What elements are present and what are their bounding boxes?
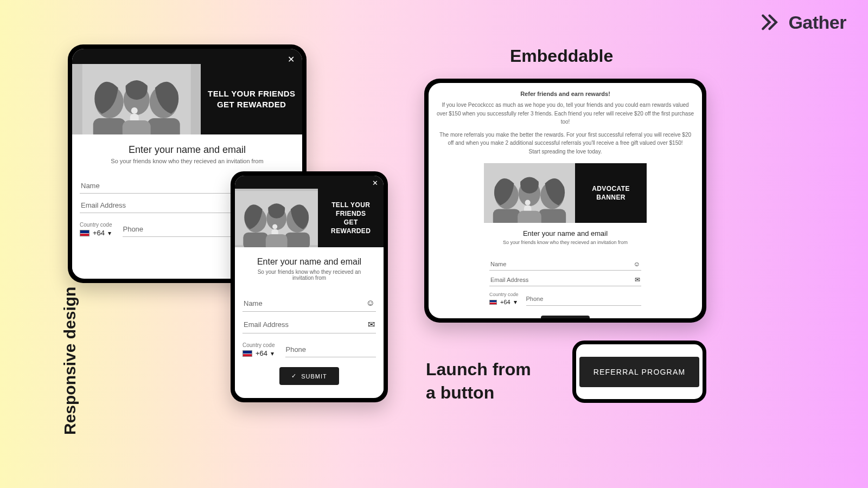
country-code-label: Country code	[489, 292, 519, 297]
smiley-icon: ☺	[634, 260, 640, 268]
hero-banner: TELL YOUR FRIENDSGET REWARDED	[72, 64, 302, 134]
country-code-value: +64	[93, 229, 105, 237]
label-launch-line2: a button	[426, 383, 494, 402]
embed-title: Refer friends and earn rewards!	[436, 89, 694, 99]
submit-label: SUBMIT	[301, 373, 327, 380]
label-launch-from-button: Launch from a button	[426, 358, 531, 404]
smiley-icon: ☺	[366, 298, 375, 308]
phone-preview: ✕ TELL YOUR FRIENDSGET REWARDED Enter yo…	[231, 171, 388, 402]
brand-logo: Gather	[760, 11, 846, 34]
embed-paragraph-1: If you love Pecockccc as much as we hope…	[436, 101, 694, 126]
phone-placeholder: Phone	[526, 296, 544, 302]
country-code-label: Country code	[242, 342, 275, 348]
hero-image	[235, 189, 318, 247]
hero-text: TELL YOUR FRIENDSGET REWARDED	[324, 201, 377, 236]
country-code-value: +64	[256, 349, 267, 357]
phone-placeholder: Phone	[285, 345, 306, 354]
email-field[interactable]: Email Address ✉	[489, 271, 641, 286]
name-field[interactable]: Name ☺	[489, 255, 641, 271]
launch-button-card: REFERRAL PROGRAM	[572, 341, 706, 403]
form-subtitle: So your friends know who they recieved a…	[80, 158, 295, 164]
form-title: Enter your name and email	[489, 229, 641, 237]
hero-text: TELL YOUR FRIENDSGET REWARDED	[208, 88, 295, 111]
country-code-select[interactable]: Country code +64 ▾	[80, 222, 112, 237]
form-subtitle: So your friends know who they recieved a…	[242, 269, 376, 281]
chevron-down-icon: ▾	[108, 229, 111, 237]
email-placeholder: Email Address	[244, 320, 289, 329]
hero-image	[484, 163, 575, 223]
phone-field[interactable]: Phone	[285, 342, 376, 357]
name-placeholder: Name	[490, 261, 506, 267]
flag-icon	[489, 300, 497, 305]
email-placeholder: Email Address	[81, 201, 126, 209]
chevron-down-icon: ▾	[271, 350, 274, 357]
label-responsive-design: Responsive design	[61, 287, 79, 435]
embed-tablet-preview: Refer friends and earn rewards! If you l…	[424, 79, 706, 323]
referral-program-button[interactable]: REFERRAL PROGRAM	[579, 357, 700, 387]
hero-banner: ADVOCATE BANNER	[484, 163, 647, 223]
hero-image	[72, 64, 201, 134]
form-title: Enter your name and email	[80, 144, 295, 156]
close-icon[interactable]: ✕	[372, 179, 378, 187]
close-icon[interactable]: ✕	[288, 54, 295, 65]
submit-button[interactable]: ✓ SUBMIT	[279, 367, 339, 385]
name-placeholder: Name	[244, 299, 263, 307]
label-launch-line1: Launch from	[426, 359, 531, 379]
email-field[interactable]: Email Address ✉	[242, 312, 376, 333]
referral-program-label: REFERRAL PROGRAM	[593, 368, 686, 376]
country-code-label: Country code	[80, 222, 112, 228]
hero-banner: TELL YOUR FRIENDSGET REWARDED	[235, 189, 384, 247]
flag-icon	[80, 230, 90, 236]
email-placeholder: Email Address	[490, 277, 528, 283]
flag-icon	[242, 350, 252, 357]
name-placeholder: Name	[81, 182, 100, 190]
name-field[interactable]: Name ☺	[242, 291, 376, 312]
check-icon: ✓	[291, 373, 297, 380]
country-code-value: +64	[500, 299, 510, 305]
phone-field[interactable]: Phone	[526, 292, 641, 306]
brand-icon	[760, 11, 783, 34]
country-code-select[interactable]: Country code +64 ▾	[242, 342, 275, 357]
embedded-widget: ADVOCATE BANNER Enter your name and emai…	[484, 163, 647, 318]
chevron-down-icon: ▾	[514, 298, 517, 306]
phone-placeholder: Phone	[123, 225, 143, 233]
embed-paragraph-2: The more referrals you make the better t…	[436, 131, 694, 147]
hero-text: ADVOCATE BANNER	[582, 184, 640, 202]
embed-paragraph-3: Start spreading the love today.	[436, 147, 694, 156]
form-subtitle: So your friends know who they recieved a…	[489, 240, 641, 245]
mail-icon: ✉	[368, 319, 375, 330]
country-code-select[interactable]: Country code +64 ▾	[489, 292, 519, 306]
brand-name: Gather	[788, 12, 846, 33]
form-title: Enter your name and email	[242, 257, 376, 267]
label-embeddable: Embeddable	[510, 46, 613, 66]
mail-icon: ✉	[635, 276, 640, 284]
submit-button[interactable]: ✓ SUBMIT	[541, 316, 589, 318]
